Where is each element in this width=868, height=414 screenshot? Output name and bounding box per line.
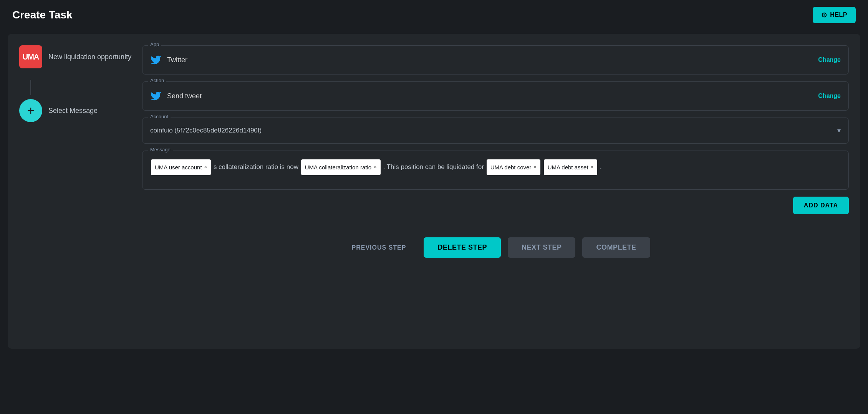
token-chip-uma-debt-asset[interactable]: UMA debt asset × [544, 159, 597, 175]
action-change-button[interactable]: Change [818, 93, 841, 99]
plus-icon: + [27, 104, 35, 118]
app-change-button[interactable]: Change [818, 56, 841, 63]
account-field-label: Account [148, 114, 171, 119]
message-area: UMA user account × s collateralization r… [142, 151, 848, 189]
footer-actions: PREVIOUS STEP DELETE STEP NEXT STEP COMP… [142, 230, 849, 265]
complete-button[interactable]: COMPLETE [582, 237, 650, 258]
connector-line [30, 80, 31, 95]
app-value-text: Twitter [167, 56, 187, 64]
action-field-label: Action [148, 78, 166, 83]
action-field-value: Send tweet [150, 90, 202, 102]
chip-label-uma-user-account: UMA user account [155, 161, 202, 174]
chip-close-icon-2[interactable]: × [374, 162, 377, 173]
token-chip-uma-user-account[interactable]: UMA user account × [151, 159, 211, 175]
message-field-group: Message UMA user account × s collaterali… [142, 151, 849, 190]
delete-step-button[interactable]: DELETE STEP [424, 237, 501, 258]
add-data-row: ADD DATA [142, 197, 849, 214]
token-chip-uma-debt-cover[interactable]: UMA debt cover × [487, 159, 540, 175]
previous-step-button[interactable]: PREVIOUS STEP [341, 238, 417, 257]
chip-close-icon[interactable]: × [204, 162, 207, 173]
add-step-button[interactable]: + [19, 99, 42, 122]
message-field-label: Message [148, 147, 173, 152]
message-text-1: s collateralization ratio is now [214, 163, 298, 171]
page-title: Create Task [12, 9, 73, 21]
message-text-3: . [600, 163, 602, 171]
app-field-group: App Twitter Change [142, 45, 849, 75]
chevron-down-icon: ▾ [837, 126, 841, 135]
account-value-text: coinfuio (5f72c0ec85de826226d1490f) [150, 127, 262, 134]
next-step-button[interactable]: NEXT STEP [508, 237, 576, 258]
chip-label-uma-debt-cover: UMA debt cover [490, 161, 532, 174]
twitter-icon [150, 54, 162, 66]
main-container: UMA New liquidation opportunity + Select… [8, 34, 860, 349]
message-text-2: . This position can be liquidated for [383, 163, 484, 171]
action-field-group: Action Send tweet Change [142, 81, 849, 111]
twitter-icon-action [150, 90, 162, 102]
uma-logo: UMA [19, 45, 42, 68]
action-value-text: Send tweet [167, 92, 202, 100]
chip-label-uma-debt-asset: UMA debt asset [548, 161, 588, 174]
account-field-group: Account coinfuio (5f72c0ec85de826226d149… [142, 118, 849, 144]
chip-label-uma-collateralization-ratio: UMA collateralization ratio [305, 161, 371, 174]
app-header: Create Task ⊙ HELP [0, 0, 868, 30]
action-field-content: Send tweet Change [142, 82, 848, 110]
sidebar: UMA New liquidation opportunity + Select… [19, 45, 142, 265]
account-select[interactable]: coinfuio (5f72c0ec85de826226d1490f) ▾ [142, 118, 848, 143]
sidebar-add-step-item: + Select Message [19, 99, 134, 122]
app-field-value: Twitter [150, 54, 187, 66]
chip-close-icon-3[interactable]: × [533, 162, 537, 173]
trigger-label: New liquidation opportunity [48, 53, 131, 61]
help-circle-icon: ⊙ [821, 11, 827, 19]
sidebar-trigger-item: UMA New liquidation opportunity [19, 45, 134, 68]
content-layout: UMA New liquidation opportunity + Select… [19, 45, 849, 265]
add-data-button[interactable]: ADD DATA [793, 197, 849, 214]
token-chip-uma-collateralization-ratio[interactable]: UMA collateralization ratio × [301, 159, 381, 175]
app-field-content: Twitter Change [142, 46, 848, 74]
chip-close-icon-4[interactable]: × [591, 162, 594, 173]
help-button[interactable]: ⊙ HELP [813, 7, 856, 23]
add-step-label: Select Message [48, 107, 98, 115]
form-area: App Twitter Change Action [142, 45, 849, 265]
app-field-label: App [148, 41, 161, 47]
